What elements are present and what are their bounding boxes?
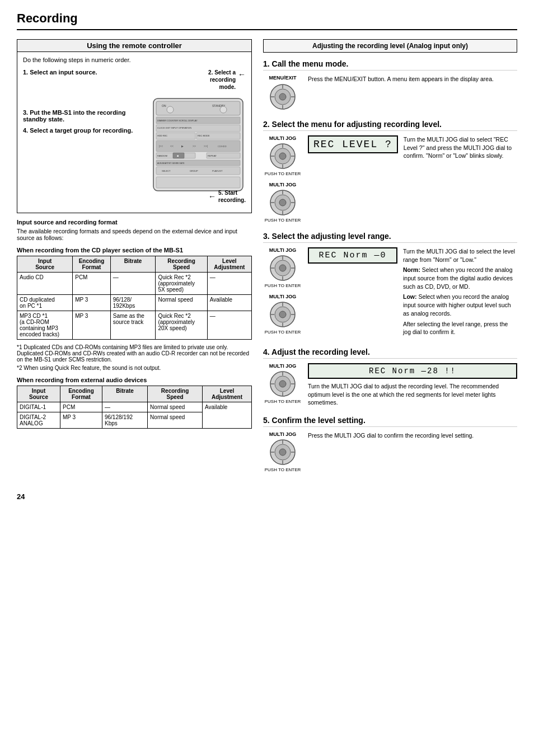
svg-text:GROUP: GROUP	[190, 170, 198, 172]
svg-point-64	[279, 311, 286, 318]
right-step-5-title: 5. Confirm the level setting.	[263, 416, 517, 427]
svg-text:ALBUM ARTIST GENRE DATE: ALBUM ARTIST GENRE DATE	[157, 162, 185, 165]
step-5-label: 5. Startrecording.	[218, 189, 246, 204]
right-step-3-title: 3. Select the adjusting level range.	[263, 232, 517, 243]
step-3: 3. Put the MB-S1 into the recording stan…	[23, 109, 145, 123]
right-section-title: Adjusting the recording level (Analog in…	[263, 39, 517, 53]
cell: —	[102, 402, 147, 412]
col-input-source2: InputSource	[17, 386, 60, 402]
step3-low-text: Low: Select when you record the analog i…	[403, 293, 517, 317]
menu-exit-icon	[269, 83, 297, 111]
right-step-3: 3. Select the adjusting level range. MUL…	[263, 232, 517, 339]
svg-text:PLAYLIST: PLAYLIST	[212, 170, 223, 172]
table2-heading: When recording from external audio devic…	[17, 377, 252, 383]
cell: Audio CD	[17, 273, 73, 295]
cell: DIGITAL-2ANALOG	[17, 412, 60, 429]
cell: Available	[203, 402, 252, 429]
jog-label: MULTI JOG	[269, 135, 296, 141]
jog-dial-icon-3b	[269, 300, 297, 328]
svg-text:|<<: |<<	[159, 144, 163, 148]
jog-label-3b: MULTI JOG	[269, 294, 296, 299]
push-label-2: PUSH TO ENTER	[265, 218, 301, 223]
page-number: 24	[17, 492, 517, 501]
multi-jog-area-2a: MULTI JOG PUSH TO ENTER	[263, 135, 302, 176]
step3-main-text: Turn the MULTI JOG dial to select the le…	[403, 247, 517, 264]
svg-text:HDD REC: HDD REC	[157, 134, 167, 137]
cell: —	[207, 273, 251, 295]
step3-text: Turn the MULTI JOG dial to select the le…	[403, 247, 517, 339]
left-section-title: Using the remote controller	[17, 40, 251, 52]
jog-pair-3a: MULTI JOG PUSH TO ENTER	[263, 247, 397, 288]
svg-point-36	[279, 93, 286, 100]
push-label-4: PUSH TO ENTER	[265, 399, 301, 404]
step2-content: MULTI JOG PUSH TO ENTER	[263, 135, 517, 223]
col-bitrate: Bitrate	[110, 256, 156, 273]
jog-dial-icon-5	[269, 438, 297, 466]
cell: PCM	[73, 273, 111, 295]
cell: DIGITAL-1	[17, 402, 60, 412]
cell: CD duplicatedon PC *1	[17, 295, 73, 311]
col-input-source: InputSource	[17, 256, 73, 273]
push-label-5: PUSH TO ENTER	[265, 467, 301, 472]
display-area-3: REC Norm —0	[308, 247, 397, 266]
jog-dial-icon-3	[269, 254, 297, 282]
table-row: DIGITAL-1 PCM — Normal speed Available	[17, 402, 252, 412]
right-column: Adjusting the recording level (Analog in…	[263, 39, 517, 481]
svg-text:■: ■	[177, 154, 179, 157]
col-level-adj: LevelAdjustment	[207, 256, 251, 273]
svg-text:REPEAT: REPEAT	[208, 154, 217, 157]
cell: Same as thesource track	[110, 311, 156, 340]
cell: Normal speed	[148, 402, 203, 412]
step2-jogs: MULTI JOG PUSH TO ENTER	[263, 135, 398, 223]
cell: —	[110, 273, 156, 295]
device-image-area: 2. Select arecordingmode. ← ON STANDBY	[151, 69, 246, 204]
step3-jogs: MULTI JOG PUSH TO ENTER	[263, 247, 397, 335]
cell: Quick Rec *2(approximately5X speed)	[156, 273, 207, 295]
right-step-2: 2. Select the menu for adjusting recordi…	[263, 120, 517, 223]
table2: InputSource EncodingFormat Bitrate Recor…	[17, 386, 252, 429]
step2-text: Turn the MULTI JOG dial to select "REC L…	[404, 135, 517, 160]
cell: Normal speed	[156, 295, 207, 311]
jog-label-4: MULTI JOG	[269, 363, 296, 369]
jog-pair-top: MULTI JOG PUSH TO ENTER	[263, 135, 398, 176]
cell: 96/128/192Kbps	[102, 412, 147, 429]
step4-content: MULTI JOG PUSH TO ENTER REC Norm —28 !!	[263, 363, 517, 407]
svg-point-5	[220, 106, 227, 113]
col-bitrate2: Bitrate	[102, 386, 147, 402]
table1-heading: When recording from the CD player sectio…	[17, 247, 252, 253]
footnote2: *2 When using Quick Rec feature, the sou…	[17, 365, 252, 371]
jog-label-3: MULTI JOG	[269, 247, 296, 253]
step1-text: Press the MENU/EXIT button. A menu item …	[308, 75, 517, 83]
multi-jog-area-5: MULTI JOG PUSH TO ENTER	[263, 431, 302, 472]
svg-text:REC MODE: REC MODE	[198, 134, 210, 137]
table-row: MP3 CD *1(a CD-ROMcontaining MP3encoded …	[17, 311, 252, 340]
footnote1: *1 Duplicated CDs and CD-ROMs containing…	[17, 344, 252, 363]
svg-text:>>|: >>|	[204, 144, 208, 148]
cell: MP 3	[73, 311, 111, 340]
jog-label-5: MULTI JOG	[269, 431, 296, 437]
col-rec-speed2: RecordingSpeed	[148, 386, 203, 402]
right-step-1: 1. Call the menu mode. MENU/EXIT	[263, 59, 517, 111]
push-label: PUSH TO ENTER	[265, 171, 301, 176]
step-4: 4. Select a target group for recording.	[23, 127, 145, 134]
menu-exit-area: MENU/EXIT	[263, 75, 302, 111]
steps-left: 1. Select an input source. 3. Put the MB…	[23, 69, 145, 204]
step-4-num: 4.	[23, 127, 28, 134]
svg-text:ON: ON	[162, 104, 166, 107]
step3-after-text: After selecting the level range, press t…	[403, 320, 517, 336]
svg-text:SELECT: SELECT	[162, 170, 171, 172]
left-column: Using the remote controller Do the follo…	[17, 39, 252, 481]
step3-norm-text: Norm: Select when you record the analog …	[403, 266, 517, 290]
svg-text:RANDOM: RANDOM	[157, 154, 167, 157]
step-1-label: Select an input source.	[30, 69, 97, 76]
jog-dial-icon	[269, 142, 297, 170]
svg-rect-14	[156, 140, 240, 152]
step5-content: MULTI JOG PUSH TO ENTER Press the MULTI …	[263, 431, 517, 472]
svg-rect-33	[156, 177, 240, 188]
right-step-4: 4. Adjust the recording level. MULTI JOG…	[263, 348, 517, 407]
right-step-4-title: 4. Adjust the recording level.	[263, 348, 517, 359]
cell: Normal speed	[148, 412, 203, 429]
jog-label-2: MULTI JOG	[269, 182, 296, 187]
page-title: Recording	[17, 11, 517, 30]
display-box-4: REC Norm —28 !!	[308, 363, 517, 379]
